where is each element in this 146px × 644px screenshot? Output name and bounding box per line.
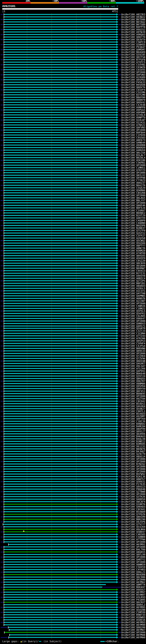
alignment-bar[interactable]	[4, 526, 116, 527]
alignment-bar[interactable]	[4, 436, 116, 437]
alignment-bar[interactable]	[4, 313, 116, 314]
alignment-bar[interactable]	[4, 559, 116, 560]
alignment-bar[interactable]	[4, 353, 116, 354]
alignment-bar[interactable]	[4, 296, 116, 296]
alignment-bar[interactable]	[4, 326, 116, 326]
alignment-bar[interactable]	[4, 406, 116, 407]
alignment-bar[interactable]	[4, 39, 116, 40]
alignment-bar[interactable]	[4, 290, 116, 291]
alignment-bar[interactable]	[4, 74, 116, 75]
alignment-bar[interactable]	[4, 134, 116, 136]
alignment-bar[interactable]	[4, 536, 116, 537]
alignment-bar[interactable]	[4, 569, 116, 570]
alignment-bar[interactable]	[4, 52, 116, 52]
alignment-bar[interactable]	[4, 356, 116, 356]
alignment-bar[interactable]	[4, 250, 116, 251]
alignment-bar[interactable]	[4, 253, 116, 254]
alignment-bar[interactable]	[4, 205, 116, 206]
alignment-bar[interactable]	[4, 516, 116, 517]
alignment-bar[interactable]	[4, 418, 116, 419]
alignment-bar[interactable]	[4, 69, 116, 70]
alignment-bar[interactable]	[4, 26, 116, 28]
alignment-bar[interactable]	[4, 602, 116, 603]
alignment-bar[interactable]	[4, 293, 116, 294]
alignment-bar[interactable]	[4, 340, 116, 341]
alignment-bar[interactable]	[4, 413, 116, 414]
alignment-bar[interactable]	[4, 597, 116, 598]
alignment-bar[interactable]	[4, 102, 116, 103]
alignment-bar[interactable]	[4, 511, 116, 512]
alignment-bar[interactable]	[4, 539, 116, 540]
alignment-bar[interactable]	[4, 175, 116, 176]
alignment-bar[interactable]	[4, 496, 116, 497]
alignment-bar[interactable]	[4, 401, 116, 402]
alignment-bar[interactable]	[4, 519, 116, 520]
alignment-bar[interactable]	[4, 248, 116, 248]
alignment-bar[interactable]	[4, 350, 116, 351]
alignment-bar[interactable]	[4, 44, 116, 45]
alignment-bar[interactable]	[4, 132, 116, 133]
alignment-bar[interactable]	[4, 202, 116, 203]
alignment-bar[interactable]	[4, 162, 116, 163]
alignment-bar[interactable]	[4, 454, 116, 454]
alignment-bar[interactable]	[4, 396, 116, 396]
alignment-bar[interactable]	[4, 215, 116, 216]
alignment-bar[interactable]	[4, 112, 116, 113]
alignment-bar[interactable]	[4, 49, 116, 50]
alignment-bar[interactable]	[4, 190, 116, 191]
alignment-bar[interactable]	[4, 283, 116, 284]
alignment-bar[interactable]	[4, 456, 116, 457]
alignment-bar[interactable]	[4, 380, 116, 382]
alignment-bar[interactable]	[4, 155, 116, 156]
alignment-bar[interactable]	[4, 67, 116, 68]
alignment-bar[interactable]	[4, 609, 116, 610]
alignment-bar[interactable]	[4, 494, 116, 494]
alignment-bar[interactable]	[4, 617, 116, 618]
alignment-bar[interactable]	[4, 521, 116, 522]
alignment-bar[interactable]	[4, 476, 116, 477]
alignment-bar[interactable]	[4, 137, 116, 138]
alignment-bar[interactable]	[4, 245, 116, 246]
alignment-bar[interactable]	[4, 130, 116, 130]
alignment-bar[interactable]	[4, 604, 116, 605]
alignment-bar[interactable]	[4, 72, 116, 73]
alignment-bar[interactable]	[4, 622, 116, 623]
alignment-bar[interactable]	[4, 150, 116, 150]
alignment-bar[interactable]	[4, 592, 116, 592]
alignment-bar[interactable]	[4, 320, 116, 322]
alignment-bar[interactable]	[4, 82, 116, 83]
alignment-bar[interactable]	[4, 403, 116, 404]
alignment-bar[interactable]	[4, 167, 116, 168]
alignment-bar[interactable]	[4, 466, 116, 467]
alignment-bar[interactable]	[4, 335, 116, 336]
alignment-bar[interactable]	[4, 619, 116, 620]
alignment-bar[interactable]	[4, 366, 116, 366]
alignment-bar[interactable]	[4, 552, 116, 552]
alignment-bar[interactable]	[4, 120, 116, 120]
alignment-bar[interactable]	[4, 328, 116, 329]
alignment-bar[interactable]	[4, 107, 116, 108]
alignment-bar[interactable]	[4, 34, 116, 35]
alignment-bar[interactable]	[4, 556, 116, 558]
alignment-bar[interactable]	[4, 579, 116, 580]
alignment-bar[interactable]	[4, 273, 116, 274]
alignment-bar[interactable]	[4, 228, 116, 228]
alignment-bar[interactable]	[4, 566, 116, 568]
alignment-bar[interactable]	[4, 428, 116, 429]
alignment-bar[interactable]	[4, 208, 116, 208]
alignment-bar[interactable]	[4, 29, 116, 30]
alignment-bar[interactable]	[4, 546, 116, 547]
alignment-bar[interactable]	[4, 468, 116, 470]
alignment-bar[interactable]	[4, 587, 102, 588]
alignment-bar[interactable]	[4, 534, 116, 535]
alignment-bar[interactable]	[4, 117, 116, 118]
alignment-bar[interactable]	[4, 187, 116, 188]
alignment-bar[interactable]	[4, 607, 116, 608]
alignment-bar[interactable]	[4, 122, 116, 123]
alignment-bar[interactable]	[8, 627, 116, 628]
alignment-bar[interactable]	[4, 170, 116, 171]
alignment-bar[interactable]	[4, 198, 116, 198]
alignment-bar[interactable]	[4, 614, 116, 615]
alignment-bar[interactable]	[4, 255, 116, 256]
alignment-bar[interactable]	[4, 348, 116, 349]
